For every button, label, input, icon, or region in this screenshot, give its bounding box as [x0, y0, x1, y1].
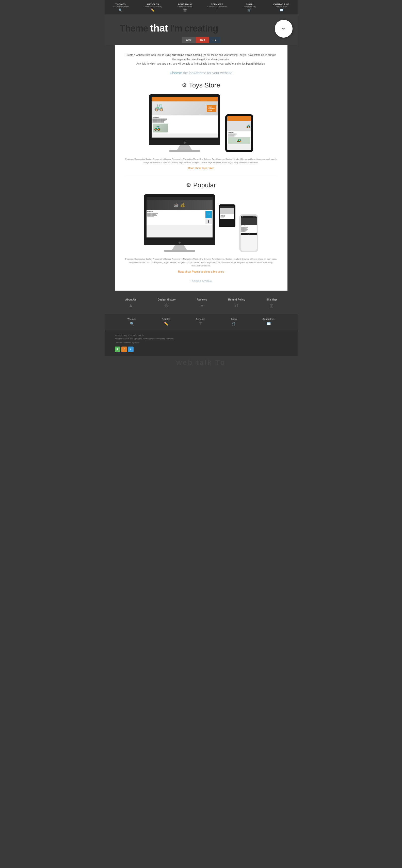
footer-nav-themes[interactable]: Themes 🔍 [128, 318, 136, 326]
nav-item-themes[interactable]: THEMES The Face of Website 🔍 [105, 2, 137, 13]
footer-articles-label: Articles [162, 318, 170, 320]
hero-text: Theme that I'm creating [120, 22, 218, 34]
nav-articles-subtitle: Stories about Creativity [137, 6, 168, 8]
imac-stand [177, 145, 192, 150]
widget-design-title: Design History [158, 298, 176, 301]
articles-icon: ✏️ [137, 8, 168, 12]
footer-contact-label: Contact Us [262, 318, 274, 320]
online-store-box: ONLINESTORE [205, 211, 212, 218]
pop-hero: ☕ 💰 [146, 200, 212, 210]
widget-reviews[interactable]: Reviews ✦ [197, 298, 207, 309]
ipad-toy-img: 🚜 [228, 137, 250, 144]
nav-item-portfolio[interactable]: PORTFOLIO Selected materials 🎬 [169, 2, 201, 13]
iphone-frame: ▐▐▐ 9:41 AM About Us ███████████████████… [239, 214, 258, 252]
wordpress-link[interactable]: WordPress Publishing Platform [145, 338, 174, 340]
footer-bottom-nav: Themes 🔍 Articles ✏️ Services ⊤ Shop 🛒 C… [105, 314, 298, 330]
ipad-hero: 🚜 [227, 121, 251, 131]
social-icon-rss[interactable]: R [115, 346, 121, 352]
nav-contact-subtitle: Keep in Touch [266, 6, 297, 8]
popular-title: Popular [193, 181, 216, 189]
small-tablet: About Us ██████████████████████████████ [219, 205, 235, 227]
popular-read-more[interactable]: Read about Popular and see a live demo [125, 270, 277, 273]
iphone-top-bar: ▐▐▐ 9:41 AM [241, 216, 257, 218]
ipad-body-text: ████████████████████████████████████████… [228, 133, 250, 137]
widget-about-title: About Us [125, 298, 136, 301]
screen-badge: YOURCOMPANYNAME [207, 105, 216, 112]
toys-gear-icon: ⚙ [182, 82, 187, 89]
footer-contact-icon: ✉️ [266, 321, 271, 326]
main-content: Create a website with Web Talk To using … [115, 45, 288, 290]
toys-read-more[interactable]: Read about Toys Store [125, 167, 277, 169]
tablet-text: ██████████████████████████████ [221, 216, 234, 218]
intro-line1: Create a website with Web Talk To using … [125, 53, 277, 62]
toys-store-title: Toys Store [189, 81, 220, 89]
footer-services-icon: ⊤ [199, 321, 202, 326]
footer-nav-shop[interactable]: Shop 🛒 [231, 318, 237, 326]
footer-line1: Idea & Reality 2013 Web Talk To [115, 334, 288, 337]
nav-item-services[interactable]: SERVICES Concept and Realisation ⊤ [201, 2, 233, 13]
footer-social: R f t [115, 346, 288, 352]
iphone-home-button[interactable] [247, 232, 249, 235]
choose-heading: Choose the look/theme for your website [125, 71, 277, 75]
footer-shop-label: Shop [231, 318, 237, 320]
toys-store-heading: ⚙ Toys Store [125, 81, 277, 89]
iphone-body: About Us ███████████████████████████████… [241, 225, 257, 232]
top-navigation: THEMES The Face of Website 🔍 ARTICLES St… [105, 0, 298, 15]
nav-item-articles[interactable]: ARTICLES Stories about Creativity ✏️ [137, 2, 169, 13]
footer-shop-icon: 🛒 [232, 321, 236, 326]
nav-shop-subtitle: Choose and Pay [234, 6, 265, 8]
footer-nav-services[interactable]: Services ⊤ [196, 318, 205, 326]
widget-about[interactable]: About Us ♟ [125, 298, 136, 309]
iphone-signal: ▐▐▐ [242, 216, 243, 217]
social-icon-feed[interactable]: f [122, 346, 127, 352]
nav-portfolio-subtitle: Selected materials [169, 6, 201, 8]
widget-refund[interactable]: Refund Policy ↺ [228, 298, 245, 309]
tablet-about: About Us [221, 215, 234, 216]
pop-hero-img: ☕ 💰 [174, 203, 185, 208]
hero-tabs: Web Talk To [181, 37, 221, 43]
screen-body: G Design ████████████████████ ██████████… [152, 116, 217, 133]
popular-imac-base [164, 250, 195, 252]
pop-about-text: ████████████████████████████████████████… [147, 213, 205, 217]
themes-archive-link[interactable]: Themes Archive [125, 279, 277, 283]
imac-screen-content: 🚜 YOURCOMPANYNAME G Design █████████████… [152, 97, 217, 137]
iphone-time: 9:41 AM [253, 216, 256, 217]
ipad-mockup: 🚜 G Design █████████████████████████████… [225, 114, 253, 152]
footer-copy: Idea & Reality 2013 Web Talk To WebTalkT… [105, 330, 298, 356]
nav-item-contact[interactable]: CONTACT US Keep in Touch ✉️ [265, 2, 298, 13]
widget-design-history[interactable]: Design History 🖼 [158, 298, 176, 309]
iphone-hero [241, 218, 257, 225]
tab-web[interactable]: Web [181, 37, 196, 43]
pop-nav [146, 197, 212, 200]
tablet-hero [220, 208, 234, 214]
tab-talk[interactable]: Talk [196, 37, 209, 43]
nav-item-shop[interactable]: SHOP Choose and Pay 🛒 [233, 2, 265, 13]
iphone-about: About Us [241, 225, 256, 226]
toy-img-icon: 🚜 [154, 125, 160, 131]
footer-services-label: Services [196, 318, 205, 320]
widget-refund-title: Refund Policy [228, 298, 245, 301]
nav-themes-subtitle: The Face of Website [105, 6, 136, 8]
widget-sitemap[interactable]: Site Map ⊞ [266, 298, 277, 309]
footer-nav-contact[interactable]: Contact Us ✉️ [262, 318, 274, 326]
pop-sidebar-icon: 📱 [207, 220, 210, 223]
social-icon-social[interactable]: t [128, 346, 134, 352]
widget-reviews-icon: ✦ [197, 303, 207, 309]
screen-nav-orange [152, 97, 217, 101]
ipad-g-design: G Design [228, 132, 250, 133]
pop-body: About Us ███████████████████████████████… [146, 210, 212, 225]
widget-about-icon: ♟ [125, 303, 136, 309]
pop-main-col: About Us ███████████████████████████████… [147, 211, 205, 224]
portfolio-icon: 🎬 [169, 8, 201, 12]
imac-mockup: 🚜 YOURCOMPANYNAME G Design █████████████… [149, 94, 220, 152]
hero-bold-text: that [150, 22, 168, 34]
popular-imac-content: ☕ 💰 About Us ███████████████████████████… [146, 197, 212, 238]
tablet-body: About Us ██████████████████████████████ [220, 214, 234, 219]
pop-about-title: About Us [147, 211, 205, 212]
hero-area: Theme that I'm creating ✒ Web Talk To [105, 15, 298, 45]
tab-to[interactable]: To [209, 37, 221, 43]
widget-sitemap-icon: ⊞ [266, 303, 277, 309]
g-design-title: G Design [153, 117, 216, 118]
footer-nav-articles[interactable]: Articles ✏️ [162, 318, 170, 326]
popular-heading: ⚙ Popular [125, 181, 277, 189]
